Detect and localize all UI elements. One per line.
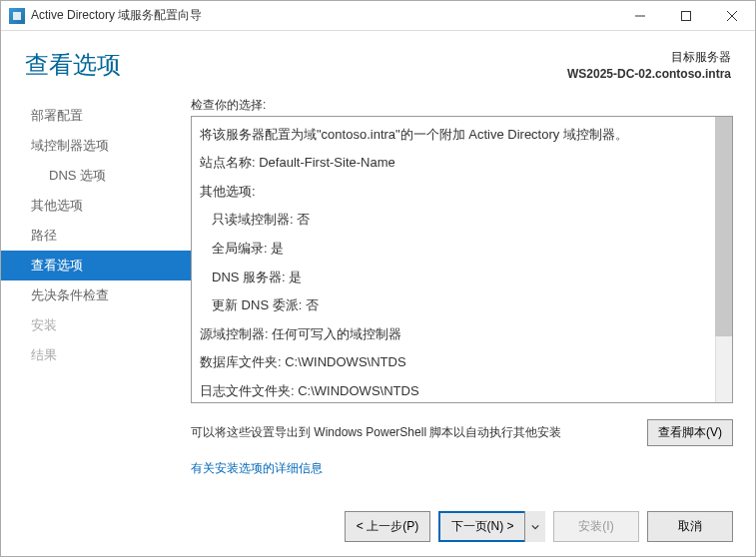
previous-button[interactable]: < 上一步(P) [345,511,430,542]
review-label: 检查你的选择: [191,97,733,114]
sidebar-item-results: 结果 [1,340,191,370]
svg-rect-0 [13,12,21,20]
window-title: Active Directory 域服务配置向导 [31,7,617,24]
header: 查看选项 目标服务器 WS2025-DC-02.contoso.intra [1,31,755,89]
review-line: 全局编录: 是 [200,235,712,264]
sidebar-item-install: 安装 [1,310,191,340]
review-line: 站点名称: Default-First-Site-Name [200,149,712,178]
sidebar-item-review-options[interactable]: 查看选项 [1,251,191,280]
page-heading: 查看选项 [25,49,567,81]
sidebar: 部署配置 域控制器选项 DNS 选项 其他选项 路径 查看选项 先决条件检查 安… [1,95,191,499]
titlebar: Active Directory 域服务配置向导 [1,1,755,31]
close-button[interactable] [709,1,755,30]
review-textbox[interactable]: 将该服务器配置为域"contoso.intra"的一个附加 Active Dir… [191,116,733,403]
export-text: 可以将这些设置导出到 Windows PowerShell 脚本以自动执行其他安… [191,424,647,441]
review-line: 日志文件文件夹: C:\WINDOWS\NTDS [200,377,712,403]
review-line: 更新 DNS 委派: 否 [200,291,712,320]
next-dropdown-icon[interactable] [524,511,545,542]
target-server-block: 目标服务器 WS2025-DC-02.contoso.intra [567,49,731,83]
maximize-button[interactable] [663,1,709,30]
minimize-button[interactable] [617,1,663,30]
target-label: 目标服务器 [567,49,731,66]
scrollbar-track[interactable] [715,117,732,402]
main-panel: 检查你的选择: 将该服务器配置为域"contoso.intra"的一个附加 Ac… [191,95,733,499]
svg-rect-2 [682,11,691,20]
review-line: DNS 服务器: 是 [200,264,712,292]
sidebar-item-additional-options[interactable]: 其他选项 [1,191,191,221]
sidebar-item-dc-options[interactable]: 域控制器选项 [1,131,191,161]
scrollbar-thumb[interactable] [715,117,732,336]
more-info-link[interactable]: 有关安装选项的详细信息 [191,460,733,477]
sidebar-item-dns-options[interactable]: DNS 选项 [1,161,191,191]
sidebar-item-paths[interactable]: 路径 [1,221,191,251]
review-line: 源域控制器: 任何可写入的域控制器 [200,320,712,349]
sidebar-item-deployment-config[interactable]: 部署配置 [1,101,191,131]
install-button: 安装(I) [553,511,639,542]
review-line: 其他选项: [200,178,712,207]
app-icon [9,8,25,24]
cancel-button[interactable]: 取消 [647,511,733,542]
footer: < 上一步(P) 下一页(N) > 安装(I) 取消 [1,499,755,556]
next-button[interactable]: 下一页(N) > [438,511,524,542]
sidebar-item-prereq-check[interactable]: 先决条件检查 [1,280,191,310]
review-line: 只读域控制器: 否 [200,206,712,235]
review-line: 数据库文件夹: C:\WINDOWS\NTDS [200,348,712,377]
review-line: 将该服务器配置为域"contoso.intra"的一个附加 Active Dir… [200,121,712,150]
target-value: WS2025-DC-02.contoso.intra [567,66,731,83]
view-script-button[interactable]: 查看脚本(V) [647,419,733,446]
